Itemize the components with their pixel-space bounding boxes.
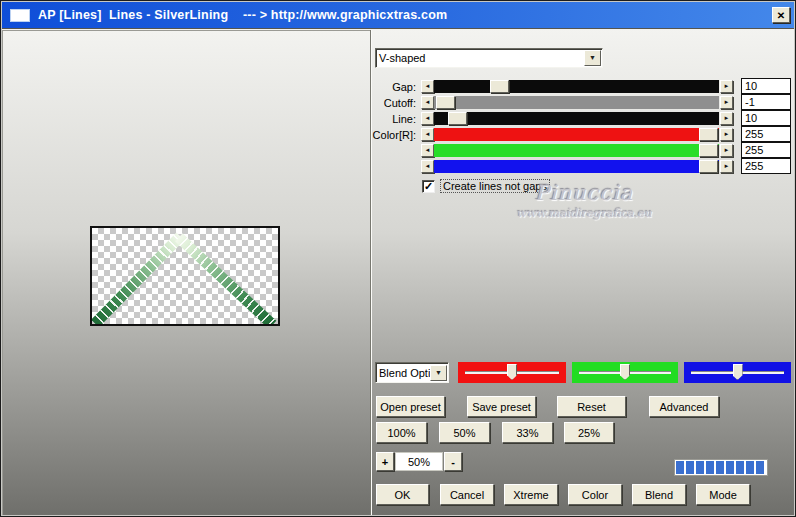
plugin-window: AP [Lines] Lines - SilverLining --- > ht… [0, 0, 796, 517]
ok-button[interactable]: OK [376, 484, 429, 505]
green-value-field[interactable] [741, 142, 791, 158]
color-button[interactable]: Color [568, 484, 622, 505]
progress-segment [736, 461, 744, 474]
cutoff-label: Cutoff: [368, 97, 416, 109]
zoom-33-button[interactable]: 33% [502, 422, 553, 443]
dialog-body: V-shaped ▼ Gap: ◄ ► Cutoff: ◄ ► [2, 28, 794, 515]
shape-dropdown-value: V-shaped [376, 52, 584, 64]
preview-line-right [175, 233, 276, 326]
close-button[interactable]: ✕ [772, 7, 790, 23]
preview-panel [2, 30, 372, 515]
xtreme-button[interactable]: Xtreme [504, 484, 558, 505]
progress-bar [674, 459, 768, 476]
color-blue-slider-row: ◄ ► [374, 160, 794, 175]
shape-dropdown[interactable]: V-shaped ▼ [375, 48, 603, 68]
blend-options-dropdown[interactable]: Blend Opti ▼ [375, 362, 449, 383]
gap-slider-track[interactable] [434, 80, 719, 93]
blend-red-thumb[interactable] [507, 364, 517, 380]
cutoff-value-field[interactable] [741, 94, 791, 110]
line-label: Line: [368, 113, 416, 125]
red-slider-track[interactable] [434, 128, 719, 141]
color-label: Color[R]: [368, 129, 416, 141]
blue-value-field[interactable] [741, 158, 791, 174]
open-preset-button[interactable]: Open preset [376, 396, 445, 417]
line-slider-thumb[interactable] [448, 112, 467, 125]
zoom-out-button[interactable]: - [444, 452, 462, 471]
progress-segment [716, 461, 724, 474]
progress-segment [686, 461, 694, 474]
green-slider-track[interactable] [434, 144, 719, 157]
blend-button[interactable]: Blend [632, 484, 686, 505]
save-preset-button[interactable]: Save preset [467, 396, 536, 417]
line-left-arrow-icon[interactable]: ◄ [421, 112, 434, 125]
red-left-arrow-icon[interactable]: ◄ [421, 128, 434, 141]
zoom-50-button[interactable]: 50% [439, 422, 490, 443]
blend-green-slider[interactable] [572, 362, 678, 383]
progress-segment [706, 461, 714, 474]
window-icon [10, 9, 30, 22]
progress-segment [676, 461, 684, 474]
blue-slider-track[interactable] [434, 160, 719, 173]
title-bar[interactable]: AP [Lines] Lines - SilverLining --- > ht… [2, 2, 794, 28]
color-green-slider-row: ◄ ► [374, 144, 794, 159]
preview-line-left [91, 232, 184, 326]
gap-right-arrow-icon[interactable]: ► [720, 80, 733, 93]
blend-blue-slider[interactable] [684, 362, 791, 383]
red-slider-thumb[interactable] [699, 128, 718, 141]
mode-button[interactable]: Mode [696, 484, 750, 505]
blue-slider-thumb[interactable] [699, 160, 718, 173]
chevron-down-icon[interactable]: ▼ [584, 50, 601, 66]
create-lines-checkbox[interactable]: ✓ [422, 180, 435, 193]
blend-blue-thumb[interactable] [733, 364, 743, 380]
controls-panel: V-shaped ▼ Gap: ◄ ► Cutoff: ◄ ► [374, 29, 794, 515]
line-slider-row: Line: ◄ ► [374, 112, 794, 127]
reset-button[interactable]: Reset [557, 396, 626, 417]
blue-left-arrow-icon[interactable]: ◄ [421, 160, 434, 173]
zoom-level-display: 50% [395, 452, 443, 471]
zoom-100-button[interactable]: 100% [376, 422, 427, 443]
cancel-button[interactable]: Cancel [440, 484, 494, 505]
progress-segment [756, 461, 764, 474]
cutoff-slider-track[interactable] [434, 96, 719, 109]
red-right-arrow-icon[interactable]: ► [720, 128, 733, 141]
line-right-arrow-icon[interactable]: ► [720, 112, 733, 125]
green-right-arrow-icon[interactable]: ► [720, 144, 733, 157]
cutoff-left-arrow-icon[interactable]: ◄ [421, 96, 434, 109]
advanced-button[interactable]: Advanced [649, 396, 719, 417]
gap-slider-thumb[interactable] [490, 80, 509, 93]
line-value-field[interactable] [741, 110, 791, 126]
progress-segment [726, 461, 734, 474]
gap-slider-row: Gap: ◄ ► [374, 80, 794, 95]
cutoff-slider-thumb[interactable] [436, 96, 455, 109]
blend-options-value: Blend Opti [376, 367, 430, 379]
red-value-field[interactable] [741, 126, 791, 142]
watermark-url: www.maidiregrafica.eu [484, 206, 684, 220]
blue-right-arrow-icon[interactable]: ► [720, 160, 733, 173]
gap-left-arrow-icon[interactable]: ◄ [421, 80, 434, 93]
blend-green-thumb[interactable] [620, 364, 630, 380]
chevron-down-icon[interactable]: ▼ [430, 365, 447, 381]
progress-segment [746, 461, 754, 474]
window-title: AP [Lines] Lines - SilverLining --- > ht… [38, 8, 447, 22]
green-left-arrow-icon[interactable]: ◄ [421, 144, 434, 157]
progress-segment [696, 461, 704, 474]
line-slider-track[interactable] [434, 112, 719, 125]
preview-image[interactable] [90, 226, 280, 326]
watermark: Pinuccia www.maidiregrafica.eu [484, 181, 684, 220]
cutoff-right-arrow-icon[interactable]: ► [720, 96, 733, 109]
gap-label: Gap: [368, 81, 416, 93]
color-red-slider-row: Color[R]: ◄ ► [374, 128, 794, 143]
close-icon: ✕ [777, 10, 785, 21]
gap-value-field[interactable] [741, 78, 791, 94]
watermark-name: Pinuccia [484, 181, 684, 205]
green-slider-thumb[interactable] [699, 144, 718, 157]
zoom-in-button[interactable]: + [376, 452, 394, 471]
zoom-25-button[interactable]: 25% [564, 422, 614, 443]
cutoff-slider-row: Cutoff: ◄ ► [374, 96, 794, 111]
blend-red-slider[interactable] [458, 362, 566, 383]
